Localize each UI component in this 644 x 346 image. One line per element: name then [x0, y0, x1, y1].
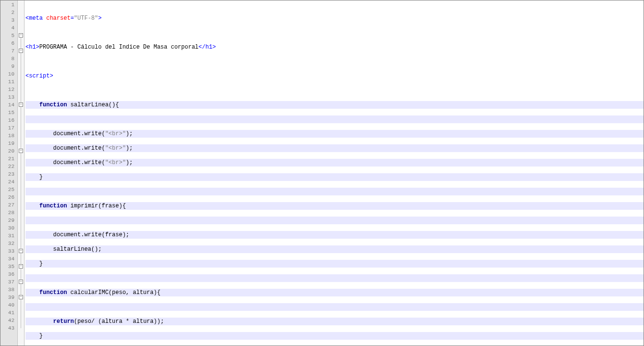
code-line[interactable]: function imprimir(frase){ [25, 202, 644, 210]
code-area[interactable]: <meta charset="UTF-8"> <h1>PROGRAMA - Cá… [25, 0, 644, 346]
code-line[interactable]: function saltarLinea(){ [25, 101, 644, 109]
line-number[interactable]: 33 [0, 247, 17, 255]
line-number[interactable]: 40 [0, 301, 17, 309]
line-number[interactable]: 10 [0, 70, 17, 78]
code-line[interactable]: document.write("<br>"); [25, 159, 644, 167]
code-line[interactable]: document.write(frase); [25, 231, 644, 239]
fold-gutter[interactable]: −−−−−−−− [18, 0, 25, 346]
line-number[interactable]: 28 [0, 209, 17, 217]
fold-toggle-icon[interactable]: − [19, 295, 23, 299]
line-number[interactable]: 8 [0, 55, 17, 63]
line-number[interactable]: 4 [0, 24, 17, 32]
fold-toggle-icon[interactable]: − [19, 49, 23, 53]
line-number[interactable]: 31 [0, 232, 17, 240]
code-line[interactable]: } [25, 332, 644, 340]
code-line[interactable] [25, 29, 644, 37]
editor-area[interactable]: 1234567891011121314151617181920212223242… [0, 0, 644, 346]
line-number[interactable]: 26 [0, 193, 17, 201]
line-number[interactable]: 2 [0, 9, 17, 16]
line-number[interactable]: 12 [0, 86, 17, 93]
fold-toggle-icon[interactable]: − [19, 264, 23, 269]
line-number[interactable]: 11 [0, 78, 17, 86]
line-number[interactable]: 3 [0, 16, 17, 24]
line-number[interactable]: 41 [0, 309, 17, 317]
line-number[interactable]: 6 [0, 39, 17, 47]
line-number[interactable]: 38 [0, 286, 17, 294]
code-line[interactable] [25, 188, 644, 195]
line-number[interactable]: 9 [0, 63, 17, 70]
code-line[interactable] [25, 274, 644, 282]
fold-toggle-icon[interactable]: − [19, 280, 23, 284]
editor-window: 1234567891011121314151617181920212223242… [0, 0, 644, 346]
code-line[interactable]: document.write("<br>"); [25, 144, 644, 152]
line-number[interactable]: 13 [0, 93, 17, 101]
code-line[interactable]: <h1>PROGRAMA - Cálculo del Indice De Mas… [25, 43, 644, 51]
line-number[interactable]: 23 [0, 170, 17, 178]
line-number[interactable]: 37 [0, 278, 17, 286]
line-number[interactable]: 43 [0, 324, 17, 332]
fold-toggle-icon[interactable]: − [19, 149, 23, 153]
code-line[interactable]: } [25, 260, 644, 268]
line-number[interactable]: 16 [0, 116, 17, 124]
code-line[interactable]: } [25, 173, 644, 181]
line-number[interactable]: 42 [0, 317, 17, 324]
line-number[interactable]: 25 [0, 186, 17, 193]
line-number[interactable]: 18 [0, 132, 17, 140]
code-line[interactable]: saltarLinea(); [25, 245, 644, 253]
line-number[interactable]: 35 [0, 263, 17, 270]
fold-toggle-icon[interactable]: − [19, 249, 23, 253]
fold-toggle-icon[interactable]: − [19, 33, 23, 38]
line-number[interactable]: 39 [0, 294, 17, 301]
line-number[interactable]: 20 [0, 147, 17, 155]
line-number[interactable]: 21 [0, 155, 17, 163]
code-line[interactable]: return(peso/ (altura * altura)); [25, 318, 644, 325]
line-number[interactable]: 30 [0, 224, 17, 232]
code-line[interactable] [25, 303, 644, 311]
line-number[interactable]: 22 [0, 163, 17, 170]
line-number[interactable]: 29 [0, 217, 17, 224]
code-line[interactable]: <meta charset="UTF-8"> [25, 14, 644, 22]
line-number[interactable]: 34 [0, 255, 17, 263]
code-line[interactable] [25, 58, 644, 65]
code-line[interactable]: function calcularIMC(peso, altura){ [25, 289, 644, 296]
fold-toggle-icon[interactable]: − [19, 103, 23, 107]
line-number[interactable]: 32 [0, 240, 17, 247]
line-number[interactable]: 19 [0, 140, 17, 147]
code-line[interactable]: <script> [25, 72, 644, 80]
line-number[interactable]: 5 [0, 32, 17, 39]
line-number[interactable]: 36 [0, 270, 17, 278]
line-number[interactable]: 15 [0, 109, 17, 116]
line-number-gutter[interactable]: 1234567891011121314151617181920212223242… [0, 0, 18, 346]
code-line[interactable] [25, 217, 644, 224]
line-number[interactable]: 7 [0, 47, 17, 55]
line-number[interactable]: 27 [0, 201, 17, 209]
code-line[interactable] [25, 87, 644, 94]
line-number[interactable]: 1 [0, 1, 17, 9]
line-number[interactable]: 17 [0, 124, 17, 132]
line-number[interactable]: 14 [0, 101, 17, 109]
code-line[interactable] [25, 115, 644, 123]
line-number[interactable]: 24 [0, 178, 17, 186]
code-line[interactable]: document.write("<br>"); [25, 130, 644, 138]
